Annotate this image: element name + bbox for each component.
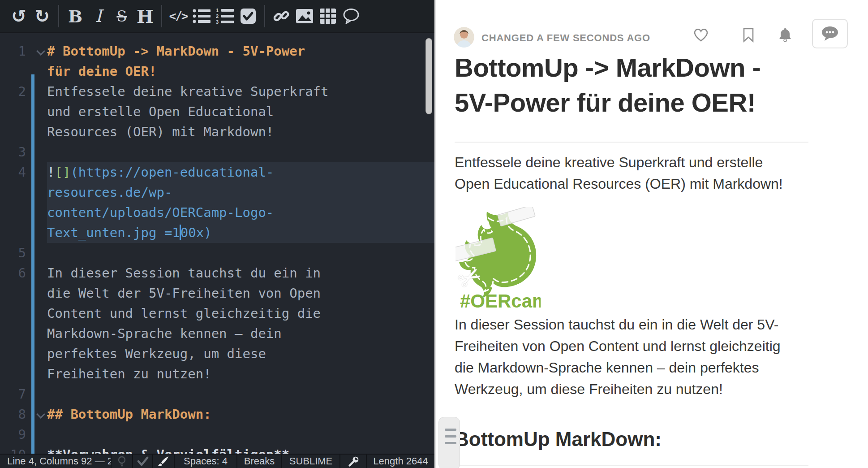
fold-chevron-icon[interactable] [36,410,45,419]
brush-icon[interactable] [152,455,174,468]
editor-line[interactable]: 1# BottomUp -> MarkDown - 5V-Power für d… [0,41,434,82]
editor-line[interactable]: 6In dieser Session tauchst du ein in die… [0,263,434,384]
line-text: # BottomUp -> MarkDown - 5V-Power für de… [47,41,434,82]
rendered-paragraph-1: Entfessele deine kreative Superkraft und… [455,152,817,195]
editor-line[interactable]: 8## BottomUp MarkDown: [0,404,434,425]
line-number: 6 [0,263,26,283]
lightbulb-icon[interactable] [111,455,132,468]
like-heart-icon[interactable] [692,26,710,44]
check-icon[interactable] [132,455,152,468]
statusbar-sublime[interactable]: SUBLIME [281,455,339,468]
image-icon[interactable] [293,4,316,28]
changed-timestamp: CHANGED A FEW SECONDS AGO [481,32,650,44]
bookmark-icon[interactable] [739,26,757,44]
line-number: 5 [0,243,26,263]
line-number: 10 [0,445,26,454]
rendered-h2: BottomUp MarkDown: [455,427,662,452]
line-text: ![](https://open-educational- resources.… [47,162,434,243]
editor-statusbar: Line 4, Columns 92 — 21Spaces: 4BreaksSU… [0,454,434,468]
line-number: 4 [0,162,26,182]
svg-text:2: 2 [216,13,219,19]
avatar-photo [454,27,474,48]
checklist-icon[interactable] [236,4,260,28]
line-gutter: 6 [0,263,47,384]
editor-line[interactable]: 4![](https://open-educational- resources… [0,162,434,243]
line-number: 8 [0,404,26,425]
line-number: 3 [0,142,26,162]
svg-text:3: 3 [216,19,219,24]
line-gutter: 8 [0,404,47,425]
handle-grip-line [445,442,456,444]
line-text: ## BottomUp MarkDown: [47,404,434,425]
code-icon[interactable]: </> [167,4,190,28]
table-icon[interactable] [316,4,339,28]
line-gutter: 7 [0,384,47,404]
preview-pane: CHANGED A FEW SECONDS AGO [436,0,868,468]
statusbar-spaces-4[interactable]: Spaces: 4 [174,455,236,468]
codemirror-editor[interactable]: 1# BottomUp -> MarkDown - 5V-Power für d… [0,33,434,454]
line-number: 9 [0,425,26,445]
line-text: **Verwahren & Vervielfältigen** [47,445,434,454]
comments-button[interactable] [812,19,848,48]
heading-icon[interactable]: H [133,4,157,28]
line-number: 1 [0,41,26,61]
fold-chevron-icon[interactable] [36,47,45,56]
line-text: In dieser Session tauchst du ein in die … [47,263,434,384]
editor-line[interactable]: 5 [0,243,434,263]
link-icon[interactable] [270,4,293,28]
rendered-h1: BottomUp -> MarkDown - 5V-Power für dein… [455,50,817,120]
italic-icon[interactable]: I [87,4,110,28]
line-gutter: 5 [0,243,47,263]
redo-icon[interactable]: ↻ [30,4,54,28]
handle-grip-line [445,429,456,431]
heading-rule [455,142,808,143]
comment-bubble-icon [820,25,840,42]
statusbar-line-4-columns-92-21[interactable]: Line 4, Columns 92 — 21 [0,455,111,468]
editor-line[interactable]: 7 [0,384,434,404]
oercamp-logo-image: ✂ #OERcamp [455,207,541,311]
ordered-list-icon[interactable]: 123 [213,4,236,28]
editor-line[interactable]: 9 [0,425,434,445]
markdown-editor-app: ↺↻BISH</>123 1# BottomUp -> MarkDown - 5… [0,0,868,468]
line-gutter: 9 [0,425,47,445]
line-text [47,384,434,404]
svg-text:1: 1 [216,8,219,13]
comment-icon[interactable] [339,4,363,28]
editor-pane: ↺↻BISH</>123 1# BottomUp -> MarkDown - 5… [0,0,434,468]
unordered-list-icon[interactable] [190,4,213,28]
line-text [47,243,434,263]
statusbar-length-2644[interactable]: Length 2644 [366,455,434,468]
preview-header: CHANGED A FEW SECONDS AGO [436,0,868,54]
line-text [47,425,434,445]
line-gutter: 3 [0,142,47,162]
line-number: 2 [0,82,26,102]
line-gutter: 1 [0,41,47,82]
editor-toolbar: ↺↻BISH</>123 [0,0,434,33]
statusbar-breaks[interactable]: Breaks [236,455,281,468]
strikethrough-icon[interactable]: S [110,4,133,28]
toolbar-separator [161,5,162,27]
bottom-rule [455,465,808,466]
bold-icon[interactable]: B [64,4,87,28]
logo-caption: #OERcamp [460,290,541,311]
undo-icon[interactable]: ↺ [7,4,30,28]
line-gutter: 10 [0,445,47,454]
line-gutter: 4 [0,162,47,243]
line-number: 7 [0,384,26,404]
rendered-paragraph-2: In dieser Session tauchst du ein in die … [455,314,817,400]
line-gutter: 2 [0,82,47,142]
notification-bell-icon[interactable] [776,26,794,44]
editor-line[interactable]: 3 [0,142,434,162]
wrench-icon[interactable] [339,455,366,468]
avatar[interactable] [454,27,474,48]
split-view-handle[interactable] [438,417,460,468]
editor-scrollbar[interactable] [425,38,432,114]
editor-line[interactable]: 2Entfessele deine kreative Superkraft un… [0,82,434,142]
line-text: Entfessele deine kreative Superkraft und… [47,82,434,142]
toolbar-separator [264,5,265,27]
line-text [47,142,434,162]
handle-grip-line [445,435,456,438]
toolbar-separator [58,5,59,27]
editor-line[interactable]: 10**Verwahren & Vervielfältigen** [0,445,434,454]
